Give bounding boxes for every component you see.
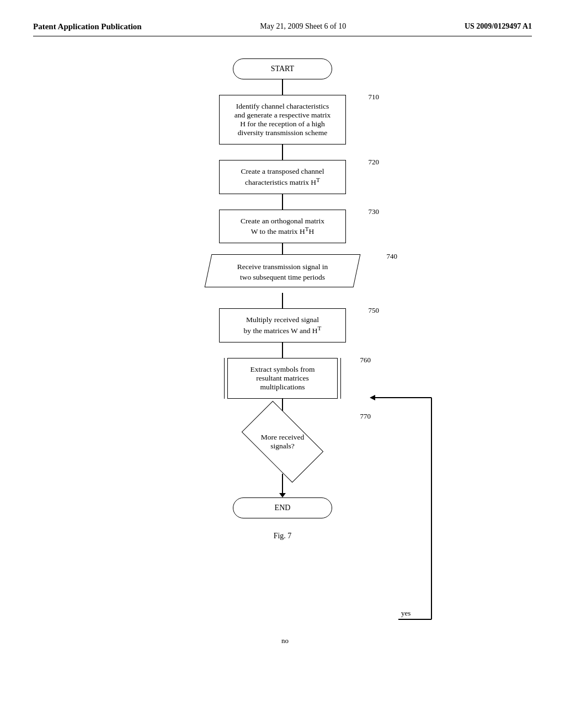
header-right: US 2009/0129497 A1 — [465, 22, 532, 31]
step-750-number: 750 — [369, 306, 380, 315]
step-730-number: 730 — [369, 207, 380, 216]
step-730: 730 Create an orthogonal matrixW to the … — [219, 210, 346, 244]
step-770-text: More receivedsignals? — [227, 414, 338, 469]
step-750-text: Multiply received signalby the matrices … — [244, 315, 322, 335]
step-730-text: Create an orthogonal matrixW to the matr… — [241, 217, 324, 236]
fig-caption: Fig. 7 — [274, 532, 292, 540]
step-740-number: 740 — [387, 252, 398, 261]
flowchart-container: yes no START 710 Identify channel c — [89, 58, 476, 518]
step-760-text: Extract symbols fromresultant matricesmu… — [250, 365, 315, 391]
start-label: START — [271, 65, 294, 73]
step-770: 770 More receivedsignals? — [227, 414, 338, 469]
start-shape: START — [233, 58, 332, 79]
svg-text:yes: yes — [401, 609, 411, 617]
header-left: Patent Application Publication — [33, 22, 142, 31]
header: Patent Application Publication May 21, 2… — [33, 22, 532, 36]
diagram-container: yes no START 710 Identify channel c — [33, 53, 532, 540]
step-710: 710 Identify channel characteristicsand … — [219, 95, 346, 144]
connector-2 — [282, 144, 283, 160]
connector-1 — [282, 79, 283, 95]
step-740: 740 Receive transmission signal intwo su… — [200, 254, 365, 293]
arrow-head-8 — [279, 493, 286, 497]
step-710-number: 710 — [369, 93, 380, 101]
step-750: 750 Multiply received signalby the matri… — [219, 308, 346, 342]
connector-5 — [282, 293, 283, 308]
step-710-box: Identify channel characteristicsand gene… — [219, 95, 346, 144]
page: Patent Application Publication May 21, 2… — [0, 0, 565, 728]
step-720-box: Create a transposed channelcharacteristi… — [219, 160, 346, 194]
step-760-box: Extract symbols fromresultant matricesmu… — [227, 358, 338, 399]
svg-text:no: no — [281, 636, 289, 645]
step-770-number: 770 — [360, 412, 371, 421]
connector-3 — [282, 194, 283, 210]
connector-8 — [282, 474, 283, 493]
fig-caption-text: Fig. 7 — [274, 532, 292, 540]
flowchart: START 710 Identify channel characteristi… — [145, 58, 420, 518]
connector-4 — [282, 243, 283, 254]
connector-6 — [282, 342, 283, 358]
step-720: 720 Create a transposed channelcharacter… — [219, 160, 346, 194]
step-720-text: Create a transposed channelcharacteristi… — [241, 167, 324, 186]
step-720-number: 720 — [369, 158, 380, 167]
end-node: END — [233, 497, 332, 518]
step-760-number: 760 — [360, 356, 371, 365]
step-730-box: Create an orthogonal matrixW to the matr… — [219, 210, 346, 244]
end-label: END — [275, 504, 291, 512]
step-750-box: Multiply received signalby the matrices … — [219, 308, 346, 342]
start-node: START — [233, 58, 332, 79]
step-710-text: Identify channel characteristicsand gene… — [234, 102, 331, 137]
header-center: May 21, 2009 Sheet 6 of 10 — [260, 22, 346, 31]
end-shape: END — [233, 497, 332, 518]
step-760-wrapper: Extract symbols fromresultant matricesmu… — [227, 358, 338, 399]
step-760: 760 Extract symbols fromresultant matric… — [227, 358, 338, 399]
step-740-text: Receive transmission signal intwo subseq… — [202, 254, 363, 290]
